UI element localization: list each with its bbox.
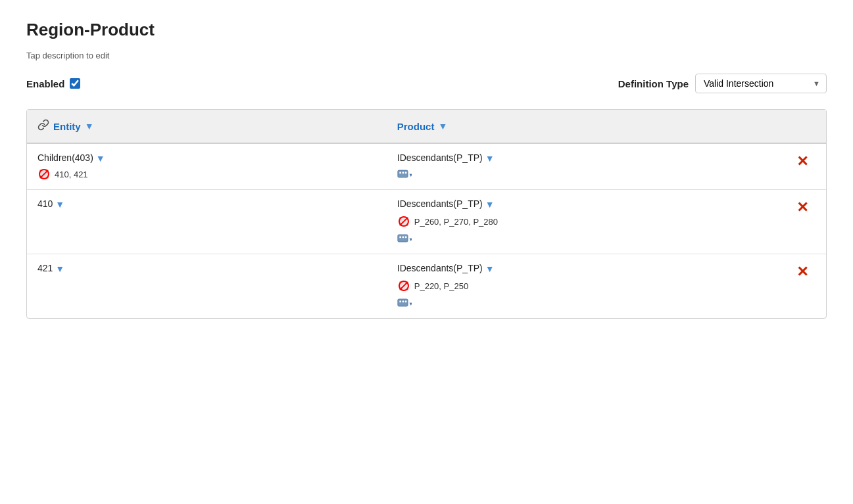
product-column-header: Product ▼ [387,110,787,143]
table-row: Children(403) ▼ 410, 421 IDesce [27,143,826,190]
entity-sub-values-row1: 410, 421 [55,170,88,179]
table-container: Entity ▼ Product ▼ Children(403) [26,109,827,319]
entity-dropdown-row1[interactable]: ▼ [96,153,105,164]
definition-type-select-wrapper: Valid Intersection Invalid Intersection … [695,74,827,93]
product-sub-values-row2: P_260, P_270, P_280 [414,217,498,227]
entity-name-row1: Children(403) [37,152,93,163]
exclude-icon-row3[interactable] [397,279,410,292]
svg-rect-7 [402,237,404,239]
product-name-row2: IDescendants(P_TP) [397,198,483,209]
definition-type-group: Definition Type Valid Intersection Inval… [618,74,827,93]
entity-dropdown-row3[interactable]: ▼ [55,263,64,274]
product-cell-row3: IDescendants(P_TP) ▼ P_220, P_250 [387,254,787,319]
main-table: Entity ▼ Product ▼ Children(403) [27,110,826,318]
product-name-row3: IDescendants(P_TP) [397,263,483,273]
product-sub-values-row3: P_220, P_250 [414,281,468,291]
entity-column-header: Entity ▼ [27,110,387,143]
delete-button-row2[interactable]: ✕ [796,199,808,216]
table-header: Entity ▼ Product ▼ [27,110,826,143]
enabled-checkbox[interactable] [70,78,80,89]
svg-rect-12 [402,301,404,303]
svg-rect-2 [402,172,404,174]
table-row: 410 ▼ IDescendants(P_TP) ▼ [27,190,826,254]
svg-rect-1 [399,172,401,174]
product-cell-row2: IDescendants(P_TP) ▼ P_260, P_270, P_280 [387,190,787,254]
exclude-icon-row1[interactable] [37,168,51,181]
entity-name-row2: 410 [37,198,53,209]
svg-rect-6 [399,237,401,239]
entity-cell-row3: 421 ▼ [27,254,387,319]
entity-name-row3: 421 [37,263,53,273]
product-dropdown-row2[interactable]: ▼ [485,199,495,210]
svg-rect-13 [405,301,407,303]
svg-rect-10 [398,299,408,306]
product-cell-row1: IDescendants(P_TP) ▼ ▼ [387,143,787,190]
svg-rect-8 [405,237,407,239]
product-settings-row1[interactable]: ▼ [397,169,412,179]
definition-type-label: Definition Type [618,78,689,89]
svg-rect-3 [405,172,407,174]
tap-description: Tap description to edit [26,51,827,60]
entity-cell-row1: Children(403) ▼ 410, 421 [27,143,387,190]
svg-rect-5 [398,235,408,242]
product-filter-arrow[interactable]: ▼ [438,121,447,131]
delete-button-row3[interactable]: ✕ [796,263,808,280]
entity-cell-row2: 410 ▼ [27,190,387,254]
exclude-icon-row2[interactable] [397,215,410,228]
svg-rect-0 [398,170,408,177]
svg-text:▼: ▼ [408,237,412,242]
delete-button-row1[interactable]: ✕ [796,153,808,170]
link-icon [37,119,49,133]
toolbar-row: Enabled Definition Type Valid Intersecti… [26,74,827,93]
product-dropdown-row3[interactable]: ▼ [485,263,495,274]
enabled-label: Enabled [26,78,64,89]
product-dropdown-row1[interactable]: ▼ [485,153,495,164]
table-row: 421 ▼ IDescendants(P_TP) ▼ [27,254,826,319]
enabled-group: Enabled [26,78,80,89]
product-settings-row3[interactable]: ▼ [397,298,412,308]
definition-type-select[interactable]: Valid Intersection Invalid Intersection … [695,74,827,93]
svg-text:▼: ▼ [408,172,412,178]
action-cell-row3: ✕ [786,254,826,319]
product-name-row1: IDescendants(P_TP) [397,152,483,163]
action-cell-row1: ✕ [786,143,826,190]
entity-filter-arrow[interactable]: ▼ [85,121,94,131]
svg-rect-11 [399,301,401,303]
page-title: Region-Product [26,20,827,40]
svg-text:▼: ▼ [408,301,412,307]
entity-column-label[interactable]: Entity [53,121,81,132]
action-column-header [786,110,826,143]
action-cell-row2: ✕ [786,190,826,254]
product-column-label[interactable]: Product [397,121,435,132]
entity-dropdown-row2[interactable]: ▼ [55,199,64,210]
product-settings-row2[interactable]: ▼ [397,233,412,244]
